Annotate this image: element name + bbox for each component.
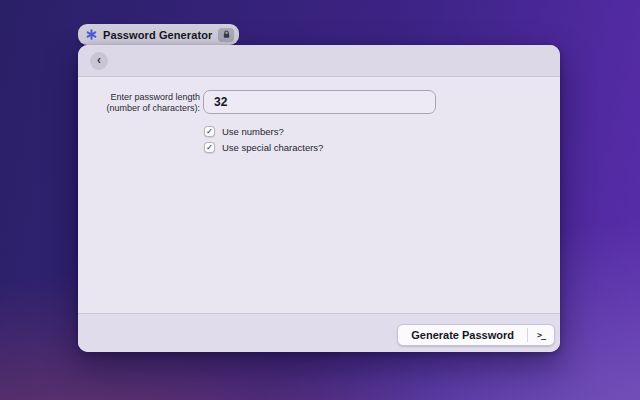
password-length-input[interactable] [203,90,436,114]
back-chevron-icon: ‹ [97,54,101,66]
window-body: Enter password length (number of charact… [78,78,560,313]
generate-password-button[interactable]: Generate Password >_ [397,324,555,346]
use-numbers-label: Use numbers? [222,126,284,137]
use-special-characters-label: Use special characters? [222,142,323,153]
checkmark-icon: ✓ [206,127,213,136]
asterisk-app-icon [86,29,97,40]
password-generator-window: ‹ Enter password length (number of chara… [78,45,560,352]
use-numbers-checkbox[interactable]: ✓ [204,126,215,137]
back-button[interactable]: ‹ [90,52,108,70]
checkmark-icon: ✓ [206,143,213,152]
lock-icon [218,28,234,42]
use-special-characters-row[interactable]: ✓ Use special characters? [204,142,323,153]
use-special-characters-checkbox[interactable]: ✓ [204,142,215,153]
app-tab[interactable]: Password Generator [78,24,239,45]
app-tab-title: Password Generator [103,29,212,41]
use-numbers-row[interactable]: ✓ Use numbers? [204,126,284,137]
window-footer: Generate Password >_ [78,313,560,352]
terminal-prompt-icon: >_ [528,325,554,345]
window-header: ‹ [78,45,560,77]
generate-password-label: Generate Password [398,325,527,345]
password-length-label: Enter password length (number of charact… [98,92,200,114]
